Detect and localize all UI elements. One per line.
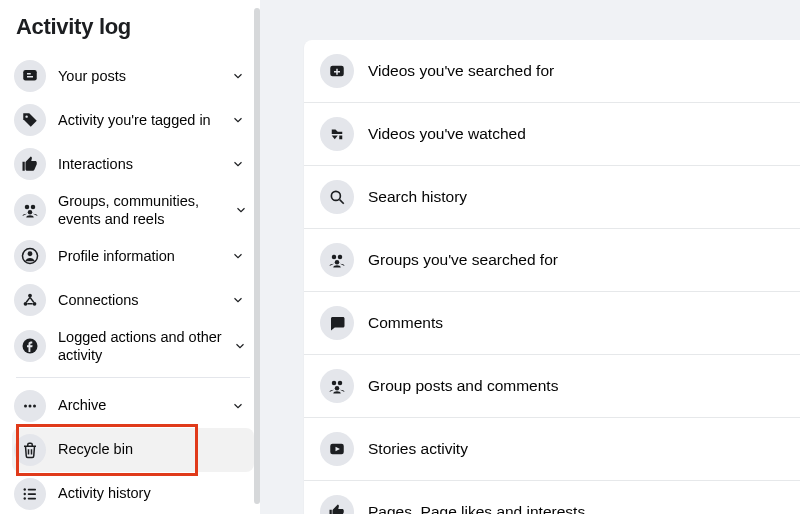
chevron-down-icon — [228, 154, 248, 174]
sidebar-item-activity-history[interactable]: Activity history — [12, 472, 254, 515]
stories-icon — [320, 432, 354, 466]
activity-row-groups-you-ve-searched-for[interactable]: Groups you've searched for — [304, 229, 800, 292]
video-plus-icon — [320, 54, 354, 88]
sidebar-item-label: Profile information — [46, 247, 228, 265]
sidebar-item-archive[interactable]: Archive — [12, 384, 254, 428]
activity-row-videos-you-ve-watched[interactable]: Videos you've watched — [304, 103, 800, 166]
trash-icon — [14, 434, 46, 466]
groups-icon — [14, 194, 46, 226]
activity-row-label: Group posts and comments — [354, 377, 558, 395]
sidebar-item-groups-communities-events-and-reels[interactable]: Groups, communities, events and reels — [12, 186, 254, 234]
sidebar-item-label: Interactions — [46, 155, 228, 173]
chevron-down-icon — [234, 200, 248, 220]
activity-row-stories-activity[interactable]: Stories activity — [304, 418, 800, 481]
chevron-down-icon — [228, 396, 248, 416]
sidebar-item-interactions[interactable]: Interactions — [12, 142, 254, 186]
search-icon — [320, 180, 354, 214]
activity-panel: Videos you've searched forVideos you've … — [304, 40, 800, 514]
sidebar: Activity log Your postsActivity you're t… — [0, 0, 260, 514]
activity-row-pages-page-likes-and-interests[interactable]: Pages, Page likes and interests — [304, 481, 800, 514]
sidebar-item-label: Logged actions and other activity — [46, 328, 232, 364]
facebook-icon — [14, 330, 46, 362]
list-icon — [14, 478, 46, 510]
activity-row-label: Comments — [354, 314, 443, 332]
post-icon — [14, 60, 46, 92]
main-area: Videos you've searched forVideos you've … — [260, 0, 800, 514]
groups-icon — [320, 243, 354, 277]
sidebar-item-label: Your posts — [46, 67, 228, 85]
sidebar-item-your-posts[interactable]: Your posts — [12, 54, 254, 98]
sidebar-item-label: Archive — [46, 396, 228, 414]
like-icon — [14, 148, 46, 180]
sidebar-scrollbar[interactable] — [254, 8, 260, 504]
like-icon — [320, 495, 354, 514]
sidebar-item-label: Activity you're tagged in — [46, 111, 228, 129]
ellipsis-icon — [14, 390, 46, 422]
sidebar-item-connections[interactable]: Connections — [12, 278, 254, 322]
chevron-down-icon — [228, 246, 248, 266]
sidebar-item-activity-you-re-tagged-in[interactable]: Activity you're tagged in — [12, 98, 254, 142]
sidebar-divider — [16, 377, 250, 378]
comment-icon — [320, 306, 354, 340]
activity-row-search-history[interactable]: Search history — [304, 166, 800, 229]
activity-row-label: Groups you've searched for — [354, 251, 558, 269]
groups-icon — [320, 369, 354, 403]
activity-row-comments[interactable]: Comments — [304, 292, 800, 355]
chevron-down-icon — [228, 290, 248, 310]
video-watched-icon — [320, 117, 354, 151]
activity-row-videos-you-ve-searched-for[interactable]: Videos you've searched for — [304, 40, 800, 103]
chevron-down-icon — [228, 110, 248, 130]
chevron-down-icon — [232, 336, 248, 356]
activity-row-label: Pages, Page likes and interests — [354, 503, 585, 514]
activity-row-label: Search history — [354, 188, 467, 206]
activity-row-label: Videos you've searched for — [354, 62, 554, 80]
connections-icon — [14, 284, 46, 316]
chevron-down-icon — [228, 66, 248, 86]
profile-icon — [14, 240, 46, 272]
sidebar-item-label: Connections — [46, 291, 228, 309]
sidebar-item-logged-actions-and-other-activity[interactable]: Logged actions and other activity — [12, 322, 254, 370]
sidebar-item-profile-information[interactable]: Profile information — [12, 234, 254, 278]
activity-row-group-posts-and-comments[interactable]: Group posts and comments — [304, 355, 800, 418]
sidebar-list: Your postsActivity you're tagged inInter… — [12, 54, 254, 514]
sidebar-item-recycle-bin[interactable]: Recycle bin — [12, 428, 254, 472]
sidebar-item-label: Activity history — [46, 484, 248, 502]
sidebar-item-label: Recycle bin — [46, 440, 248, 458]
page-title: Activity log — [16, 14, 254, 40]
activity-row-label: Stories activity — [354, 440, 468, 458]
tag-icon — [14, 104, 46, 136]
sidebar-item-label: Groups, communities, events and reels — [46, 192, 234, 228]
activity-row-label: Videos you've watched — [354, 125, 526, 143]
